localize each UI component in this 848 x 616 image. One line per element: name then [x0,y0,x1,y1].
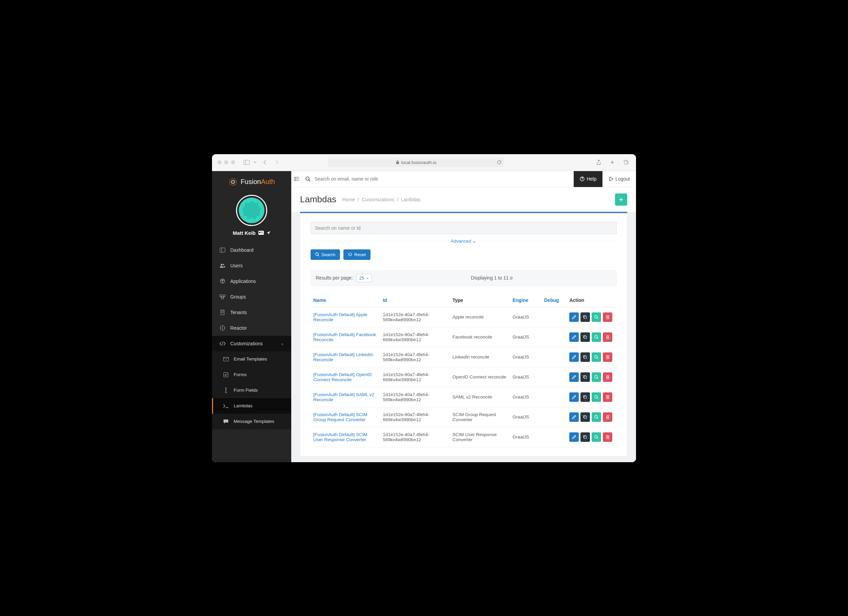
traffic-max[interactable] [231,160,235,164]
tabs-icon[interactable] [621,157,631,167]
svg-point-24 [222,327,223,328]
delete-button[interactable] [603,332,612,342]
page-title: Lambdas [300,194,336,205]
delete-button[interactable] [603,373,612,382]
svg-point-6 [233,181,234,183]
location-icon[interactable] [267,231,271,235]
view-button[interactable] [592,373,601,382]
svg-point-36 [594,335,597,338]
delete-button[interactable] [603,312,612,322]
cell-type: OpenID Connect reconcile [450,367,510,387]
table-row: [FusionAuth Default] SAML v2 Reconcile 1… [311,387,617,407]
search-button[interactable]: Search [311,249,340,260]
cell-name[interactable]: [FusionAuth Default] OpenID Connect Reco… [311,367,380,387]
reset-button[interactable]: Reset [343,249,371,260]
search-icon [305,177,311,182]
cell-name[interactable]: [FusionAuth Default] SAML v2 Reconcile [311,387,380,407]
results-bar: Results per page: 25 Displaying 1 to 11 … [311,270,617,286]
svg-rect-2 [396,162,399,164]
duplicate-button[interactable] [580,432,590,442]
duplicate-button[interactable] [580,312,590,322]
sidebar-item-reactor[interactable]: Reactor [212,320,291,336]
view-button[interactable] [592,352,601,362]
view-button[interactable] [592,312,601,322]
sidebar-item-lambdas[interactable]: Lambdas [212,398,291,414]
col-id[interactable]: Id [380,294,449,307]
cell-type: SCIM User Response Converter [450,427,510,447]
delete-button[interactable] [603,413,612,422]
groups-icon [219,294,225,300]
duplicate-button[interactable] [580,392,590,402]
cell-debug [541,407,567,427]
edit-button[interactable] [569,413,579,422]
share-icon[interactable] [594,157,603,167]
svg-rect-38 [584,356,587,358]
svg-line-37 [597,338,598,339]
svg-rect-44 [584,396,587,398]
collapse-sidebar-button[interactable] [291,177,301,181]
table-row: [FusionAuth Default] SCIM Group Request … [311,407,617,427]
breadcrumb: Home/Customizations/Lambdas [342,197,420,202]
sidebar-item-tenants[interactable]: Tenants [212,304,291,320]
svg-rect-9 [261,232,263,232]
cell-name[interactable]: [FusionAuth Default] LinkedIn Reconcile [311,347,380,367]
traffic-close[interactable] [217,160,221,164]
back-button[interactable] [260,157,270,167]
view-button[interactable] [592,392,601,402]
cell-name[interactable]: [FusionAuth Default] Apple Reconcile [311,307,380,327]
new-tab-icon[interactable] [608,157,617,167]
id-card-icon[interactable] [258,231,264,235]
edit-button[interactable] [569,332,579,342]
add-button[interactable] [615,193,627,206]
cell-name[interactable]: [FusionAuth Default] SCIM User Response … [311,427,380,447]
view-button[interactable] [592,413,601,422]
sidebar-item-form-fields[interactable]: Form Fields [212,383,291,398]
chevron-down-icon: ⌄ [281,341,284,346]
sidebar-item-groups[interactable]: Groups [212,289,291,304]
cell-name[interactable]: [FusionAuth Default] Facebook Reconcile [311,327,380,347]
view-button[interactable] [592,432,601,442]
col-name[interactable]: Name [311,294,380,307]
search-input[interactable] [314,176,569,182]
edit-button[interactable] [569,373,579,382]
duplicate-button[interactable] [580,352,590,362]
edit-button[interactable] [569,392,579,402]
view-button[interactable] [592,332,601,342]
col-debug[interactable]: Debug [541,294,567,307]
sidebar-item-dashboard[interactable]: Dashboard [212,242,291,258]
delete-button[interactable] [603,352,612,362]
sidebar-item-email-templates[interactable]: Email Templates [212,351,291,367]
delete-button[interactable] [603,432,612,442]
duplicate-button[interactable] [580,332,590,342]
sidebar-item-applications[interactable]: Applications [212,273,291,289]
avatar[interactable] [236,195,267,226]
profile-name: Matt Keib [233,230,256,236]
per-page-select[interactable]: 25 [356,274,372,282]
lambda-search-input[interactable] [311,222,617,234]
edit-button[interactable] [569,312,579,322]
delete-button[interactable] [603,392,612,402]
duplicate-button[interactable] [580,413,590,422]
svg-line-31 [318,255,319,256]
forward-button[interactable] [272,157,282,167]
svg-point-39 [594,355,597,358]
url-bar[interactable]: local.fusionauth.io [328,157,504,167]
logout-button[interactable]: Logout [602,171,636,187]
sidebar-toggle-icon[interactable] [242,157,251,167]
traffic-min[interactable] [224,160,228,164]
sidebar-item-forms[interactable]: Forms [212,367,291,383]
logo[interactable]: FusionAuth [228,177,275,187]
chevron-down-icon[interactable] [253,157,257,167]
cell-id: 1d1e152e-80a7-4feh4-669kv4w3990bn12 [380,327,449,347]
col-engine[interactable]: Engine [510,294,541,307]
refresh-icon[interactable] [497,160,501,165]
duplicate-button[interactable] [580,373,590,382]
sidebar-item-message-templates[interactable]: Message Templates [212,414,291,429]
text-cursor-icon [223,387,229,393]
cell-name[interactable]: [FusionAuth Default] SCIM Group Request … [311,407,380,427]
sidebar-item-customizations[interactable]: Customizations ⌄ [212,336,291,351]
sidebar-item-users[interactable]: Users [212,258,291,273]
edit-button[interactable] [569,352,579,362]
edit-button[interactable] [569,432,579,442]
help-button[interactable]: Help [574,171,602,187]
